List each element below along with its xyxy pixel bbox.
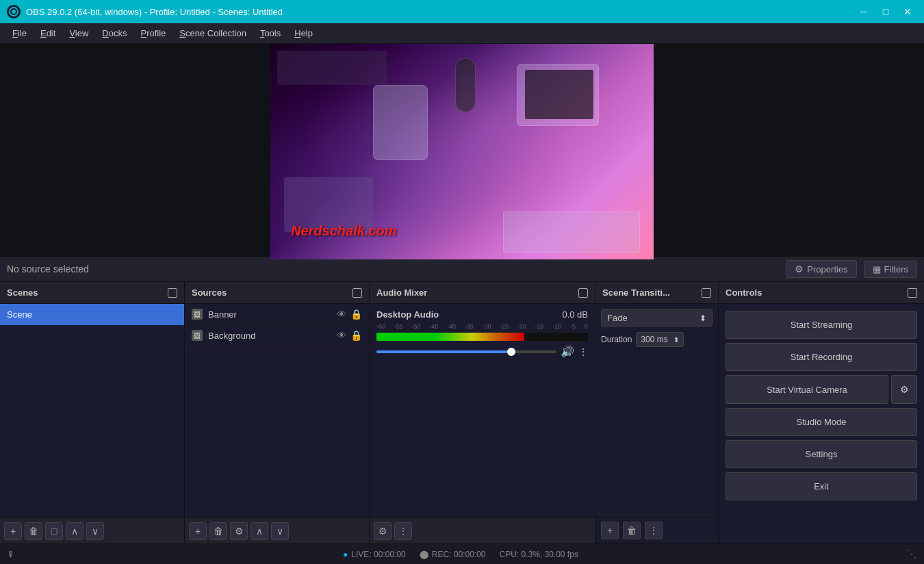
transitions-title: Scene Transiti...: [602, 287, 670, 298]
window-controls: ─ □ ✕: [854, 2, 917, 21]
source-up-button[interactable]: ∧: [251, 522, 268, 540]
sources-panel: Sources 🖼 Banner 👁 🔒 🖼 Background 👁 🔒: [185, 282, 370, 543]
start-streaming-button[interactable]: Start Streaming: [726, 311, 917, 339]
menu-file[interactable]: File: [5, 25, 34, 41]
source-background-eye[interactable]: 👁: [337, 330, 346, 341]
transition-dropdown[interactable]: Fade ⬍: [601, 309, 713, 326]
scene-delete-button[interactable]: 🗑: [25, 522, 42, 540]
menu-edit[interactable]: Edit: [34, 25, 62, 41]
scene-filter-button[interactable]: □: [45, 522, 63, 540]
duration-row: Duration 300 ms ⬍: [601, 332, 713, 347]
scene-up-button[interactable]: ∧: [66, 522, 84, 540]
duration-value: 300 ms: [641, 335, 667, 344]
retro-gameboy: [373, 85, 428, 160]
transitions-maximize-icon: [702, 288, 711, 298]
scenes-panel: Scenes Scene + 🗑 □ ∧ ∨: [0, 282, 185, 543]
gear-icon: ⚙: [795, 264, 804, 274]
audio-db-value: 0.0 dB: [562, 309, 588, 320]
scenes-title: Scenes: [7, 287, 38, 298]
source-banner-eye[interactable]: 👁: [337, 309, 346, 320]
scenes-panel-header: Scenes: [0, 282, 184, 304]
transition-menu-button[interactable]: ⋮: [645, 522, 663, 539]
audio-settings-button[interactable]: ⚙: [374, 522, 392, 540]
filters-button[interactable]: ▦ Filters: [864, 261, 917, 278]
audio-panel: Audio Mixer Desktop Audio 0.0 dB -60-55-…: [370, 282, 595, 543]
audio-footer: ⚙ ⋮: [370, 517, 595, 543]
sources-maximize[interactable]: [352, 288, 362, 298]
transitions-body: Fade ⬍ Duration 300 ms ⬍: [595, 304, 718, 517]
virtual-camera-settings-icon[interactable]: ⚙: [891, 375, 917, 404]
retro-joystick: [455, 57, 476, 112]
maximize-icon: [168, 288, 177, 298]
live-label: LIVE: 00:00:00: [351, 550, 405, 559]
rec-icon: ⬤: [420, 550, 428, 559]
source-add-button[interactable]: +: [189, 522, 207, 540]
audio-menu-icon[interactable]: ⋮: [578, 346, 588, 357]
scene-add-button[interactable]: +: [4, 522, 22, 540]
source-background-icon: 🖼: [192, 330, 203, 341]
properties-button[interactable]: ⚙ Properties: [786, 260, 856, 278]
resize-handle[interactable]: ⋱: [906, 548, 917, 561]
menu-view[interactable]: View: [62, 25, 95, 41]
transitions-footer: + 🗑 ⋮: [595, 517, 718, 543]
statusbar: 🎙 ● LIVE: 00:00:00 ⬤ REC: 00:00:00 CPU: …: [0, 543, 924, 564]
source-banner-icon: 🖼: [192, 309, 203, 320]
transitions-panel: Scene Transiti... Fade ⬍ Duration 300 ms…: [595, 282, 719, 543]
transition-add-button[interactable]: +: [601, 522, 619, 539]
transitions-maximize[interactable]: [702, 288, 711, 298]
menu-tools[interactable]: Tools: [253, 25, 287, 41]
source-banner-actions: 👁 🔒: [337, 309, 362, 320]
menu-profile[interactable]: Profile: [133, 25, 172, 41]
exit-button[interactable]: Exit: [726, 472, 917, 500]
menu-help[interactable]: Help: [287, 25, 320, 41]
filter-icon: ▦: [873, 264, 881, 274]
scene-item-scene[interactable]: Scene: [0, 304, 184, 325]
start-recording-button[interactable]: Start Recording: [726, 343, 917, 371]
speaker-icon[interactable]: 🔊: [561, 345, 574, 358]
volume-handle[interactable]: [507, 348, 515, 356]
audio-meter: [376, 333, 588, 341]
chevron-up-down-icon: ⬍: [700, 313, 706, 323]
duration-input[interactable]: 300 ms ⬍: [636, 332, 684, 347]
source-background-actions: 👁 🔒: [337, 330, 362, 341]
maximize-button[interactable]: □: [876, 2, 895, 21]
source-delete-button[interactable]: 🗑: [209, 522, 227, 540]
close-button[interactable]: ✕: [898, 2, 917, 21]
menubar: File Edit View Docks Profile Scene Colle…: [0, 23, 924, 44]
audio-panel-header: Audio Mixer: [370, 282, 595, 304]
virtual-camera-row: Start Virtual Camera ⚙: [726, 375, 917, 404]
scene-down-button[interactable]: ∨: [86, 522, 104, 540]
source-banner-name: Banner: [208, 309, 331, 320]
audio-menu-button[interactable]: ⋮: [394, 522, 412, 540]
scenes-maximize[interactable]: [168, 288, 177, 298]
sources-title: Sources: [192, 287, 227, 298]
audio-title: Audio Mixer: [376, 287, 427, 298]
transitions-panel-header: Scene Transiti...: [595, 282, 718, 304]
controls-panel: Controls Start Streaming Start Recording…: [719, 282, 924, 543]
source-item-banner[interactable]: 🖼 Banner 👁 🔒: [185, 304, 369, 325]
preview-area: Nerdschalk.com: [0, 44, 924, 256]
source-banner-lock[interactable]: 🔒: [350, 309, 362, 320]
controls-title: Controls: [726, 287, 762, 298]
status-live: ● LIVE: 00:00:00: [343, 550, 406, 559]
start-virtual-camera-button[interactable]: Start Virtual Camera: [726, 375, 888, 404]
svg-point-1: [12, 10, 16, 14]
menu-docks[interactable]: Docks: [95, 25, 133, 41]
source-background-lock[interactable]: 🔒: [350, 330, 362, 341]
volume-slider[interactable]: [376, 350, 556, 353]
sources-footer: + 🗑 ⚙ ∧ ∨: [185, 517, 369, 543]
source-settings-button[interactable]: ⚙: [230, 522, 248, 540]
controls-body: Start Streaming Start Recording Start Vi…: [719, 304, 924, 507]
source-item-background[interactable]: 🖼 Background 👁 🔒: [185, 325, 369, 346]
source-down-button[interactable]: ∨: [271, 522, 289, 540]
menu-scene-collection[interactable]: Scene Collection: [172, 25, 253, 41]
controls-maximize[interactable]: [908, 288, 917, 298]
status-mic: 🎙: [7, 550, 15, 559]
studio-mode-button[interactable]: Studio Mode: [726, 408, 917, 436]
duration-arrows-icon: ⬍: [673, 336, 679, 344]
minimize-button[interactable]: ─: [854, 2, 873, 21]
audio-maximize[interactable]: [578, 288, 588, 298]
transition-delete-button[interactable]: 🗑: [623, 522, 641, 539]
settings-button[interactable]: Settings: [726, 440, 917, 468]
window-title: OBS 29.0.2 (64-bit, windows) - Profile: …: [26, 7, 854, 17]
